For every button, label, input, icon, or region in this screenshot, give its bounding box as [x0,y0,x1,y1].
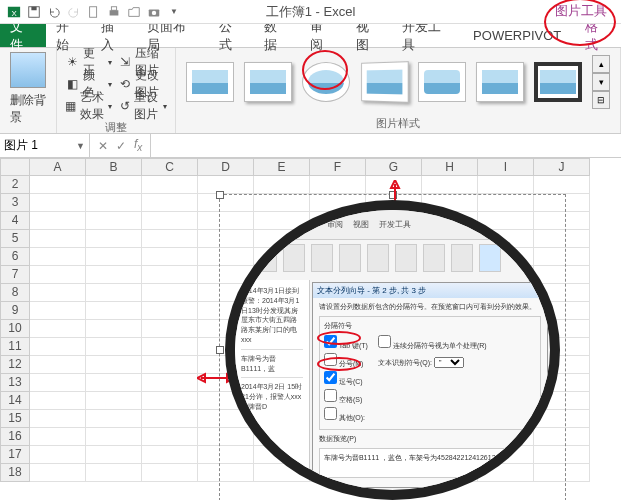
row-header[interactable]: 15 [0,410,30,428]
picture-style-3[interactable] [302,62,350,102]
cell[interactable] [142,248,198,266]
cell[interactable] [30,194,86,212]
cell[interactable] [86,176,142,194]
column-header[interactable]: B [86,158,142,176]
tab-view[interactable]: 视图 [346,24,392,47]
cell[interactable] [30,446,86,464]
picture-style-5[interactable] [418,62,466,102]
column-header[interactable]: E [254,158,310,176]
row-header[interactable]: 5 [0,230,30,248]
tab-file[interactable]: 文件 [0,24,46,47]
row-header[interactable]: 6 [0,248,30,266]
cell[interactable] [86,410,142,428]
name-box-input[interactable] [4,139,64,153]
cell[interactable] [142,428,198,446]
select-all-corner[interactable] [0,158,30,176]
cell[interactable] [86,464,142,482]
picture-style-1[interactable] [186,62,234,102]
tab-format[interactable]: 格式 [575,24,621,47]
cell[interactable] [30,410,86,428]
embedded-picture[interactable]: 公式 数据 审阅 视图 开发工具 2014年3月1日接到报警：2014年3月1日… [225,200,560,500]
cell[interactable] [30,212,86,230]
column-header[interactable]: J [534,158,590,176]
fx-icon[interactable]: fx [134,137,142,153]
cell[interactable] [86,212,142,230]
cell[interactable] [142,212,198,230]
cell[interactable] [198,176,254,194]
cell[interactable] [86,446,142,464]
undo-icon[interactable] [45,3,63,21]
row-header[interactable]: 13 [0,374,30,392]
qat-new-icon[interactable] [85,3,103,21]
name-box-dropdown-icon[interactable]: ▼ [76,141,85,151]
cell[interactable] [30,230,86,248]
picture-style-4[interactable] [361,61,409,103]
cell[interactable] [86,374,142,392]
row-header[interactable]: 12 [0,356,30,374]
row-header[interactable]: 8 [0,284,30,302]
cell[interactable] [142,356,198,374]
cell[interactable] [86,194,142,212]
qat-folder-icon[interactable] [125,3,143,21]
cell[interactable] [30,248,86,266]
tab-insert[interactable]: 插入 [91,24,137,47]
column-header[interactable]: I [478,158,534,176]
cell[interactable] [86,230,142,248]
formula-input[interactable] [151,134,621,157]
cell[interactable] [142,446,198,464]
cell[interactable] [86,356,142,374]
cell[interactable] [30,392,86,410]
qat-print-icon[interactable] [105,3,123,21]
cell[interactable] [86,248,142,266]
cell[interactable] [86,338,142,356]
row-header[interactable]: 10 [0,320,30,338]
save-icon[interactable] [25,3,43,21]
picture-style-2[interactable] [244,62,292,102]
cell[interactable] [30,266,86,284]
cell[interactable] [142,284,198,302]
cell[interactable] [142,320,198,338]
tab-data[interactable]: 数据 [254,24,300,47]
row-header[interactable]: 9 [0,302,30,320]
cell[interactable] [86,284,142,302]
cell[interactable] [142,374,198,392]
cell[interactable] [30,302,86,320]
column-header[interactable]: A [30,158,86,176]
tab-dev[interactable]: 开发工具 [392,24,463,47]
column-header[interactable]: D [198,158,254,176]
column-header[interactable]: H [422,158,478,176]
qat-dropdown-icon[interactable]: ▼ [165,3,183,21]
row-header[interactable]: 17 [0,446,30,464]
column-header[interactable]: G [366,158,422,176]
cell[interactable] [422,176,478,194]
qat-camera-icon[interactable] [145,3,163,21]
cell[interactable] [478,176,534,194]
cell[interactable] [142,176,198,194]
cell[interactable] [30,428,86,446]
row-header[interactable]: 16 [0,428,30,446]
name-box[interactable]: ▼ [0,134,90,157]
cell[interactable] [142,338,198,356]
tab-review[interactable]: 审阅 [300,24,346,47]
tab-powerpivot[interactable]: POWERPIVOT [463,24,571,47]
picture-style-6[interactable] [476,62,524,102]
tab-home[interactable]: 开始 [46,24,92,47]
picture-style-7[interactable] [534,62,582,102]
cell[interactable] [86,266,142,284]
cell[interactable] [310,176,366,194]
reset-pic-button[interactable]: ↺重设图片 ▾ [120,96,167,116]
cell[interactable] [30,320,86,338]
row-header[interactable]: 11 [0,338,30,356]
row-header[interactable]: 14 [0,392,30,410]
row-header[interactable]: 4 [0,212,30,230]
cell[interactable] [30,356,86,374]
column-header[interactable]: F [310,158,366,176]
cell[interactable] [86,320,142,338]
redo-icon[interactable] [65,3,83,21]
cell[interactable] [30,284,86,302]
cell[interactable] [142,392,198,410]
cell[interactable] [142,194,198,212]
column-header[interactable]: C [142,158,198,176]
row-header[interactable]: 18 [0,464,30,482]
tab-formulas[interactable]: 公式 [209,24,255,47]
